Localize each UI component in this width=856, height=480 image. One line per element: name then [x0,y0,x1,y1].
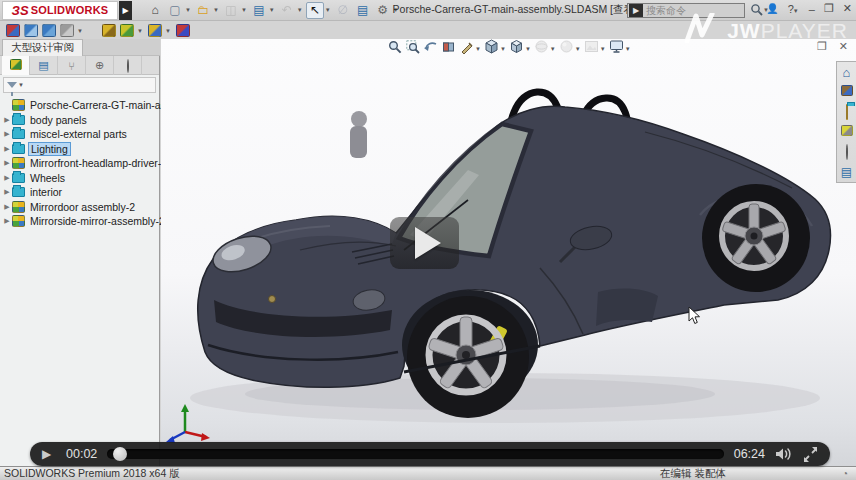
collision-check-button[interactable] [176,24,190,37]
camera-button[interactable] [24,24,38,37]
attach-button[interactable]: ∅ [334,2,352,19]
tree-item[interactable]: ▶Mirrorside-mirror-assembly-2 [2,214,159,229]
display-style-dropdown-icon[interactable]: ▼ [525,46,531,52]
tree-item[interactable]: ▶interior [2,185,159,200]
new-document-dropdown-icon[interactable]: ▼ [185,7,191,13]
measure-tool-button[interactable] [6,24,20,37]
insert-component-button[interactable] [120,24,134,37]
apply-scene-dropdown-icon[interactable]: ▼ [600,46,606,52]
panel-tab-property-manager[interactable]: ▤ [30,56,58,75]
zoom-fit-button[interactable] [386,41,403,56]
fullscreen-button[interactable] [803,447,818,462]
edit-appearance-dropdown-icon[interactable]: ▼ [575,46,581,52]
expand-arrow-icon[interactable]: ▶ [2,217,12,225]
taskpane-home-button[interactable]: ⌂ [839,65,854,79]
motion-study-button[interactable] [42,24,56,37]
graphics-viewport[interactable]: ▼▼▼▼▼▼▼ ❐ ✕ ⌂▤ [161,39,856,466]
view-orientation-dropdown-icon[interactable]: ▼ [500,46,506,52]
tree-item-label[interactable]: Lighting [28,142,71,156]
tree-item-label[interactable]: Mirrordoor assembly-2 [28,201,137,213]
doc-close-button[interactable]: ✕ [839,40,848,53]
tree-item[interactable]: ▶miscel-external parts [2,127,159,142]
restore-button[interactable]: ❐ [824,2,834,15]
section-view-button[interactable] [440,41,457,56]
tree-item-label[interactable]: miscel-external parts [28,128,129,140]
hide-show-items-button[interactable] [533,41,550,56]
move-component-button[interactable] [148,24,162,37]
tree-filter-input[interactable]: ▼ [3,77,156,93]
view-settings-button[interactable] [608,41,625,56]
zoom-area-button[interactable] [404,41,421,56]
volume-button[interactable] [775,447,793,461]
snapshot-button[interactable] [60,24,74,37]
taskpane-appearances-button[interactable] [839,145,854,159]
select-pointer-button[interactable]: ↖ [306,2,324,19]
tree-root-item[interactable]: Porsche-Carrera-GT-main-assembly [2,98,159,113]
open-dropdown-icon[interactable]: ▼ [213,7,219,13]
mate-button[interactable] [102,24,116,37]
expand-arrow-icon[interactable]: ▶ [2,116,12,124]
annotation-view-button[interactable] [458,41,475,56]
home-button[interactable]: ⌂ [146,2,164,19]
annotation-view-dropdown-icon[interactable]: ▼ [475,46,481,52]
tree-item-label[interactable]: interior [28,186,64,198]
taskpane-view-palette-button[interactable] [839,125,854,139]
minimize-button[interactable]: – [809,3,815,15]
open-button[interactable]: 🗀 [194,2,212,19]
tree-item[interactable]: ▶body panels [2,113,159,128]
insert-component-dropdown-icon[interactable]: ▼ [137,28,143,34]
tree-item[interactable]: ▶Mirrordoor assembly-2 [2,200,159,215]
snapshot-dropdown-icon[interactable]: ▼ [77,28,83,34]
panel-tab-dimxpert-manager[interactable]: ⊕ [86,56,114,75]
taskpane-custom-properties-button[interactable]: ▤ [839,165,854,179]
evaluate-button[interactable]: ▤ [354,2,372,19]
panel-tab-display-manager[interactable] [114,56,142,75]
expand-arrow-icon[interactable]: ▶ [2,188,12,196]
tree-item[interactable]: ▶Mirrorfront-headlamp-driver-as [2,156,159,171]
undo-button[interactable]: ↶ [278,2,296,19]
tree-item[interactable]: ▶Lighting [2,142,159,157]
display-style-button[interactable] [508,41,525,56]
taskpane-design-library-button[interactable] [839,85,854,99]
doc-restore-button[interactable]: ❐ [817,40,827,53]
help-button[interactable]: ?▼ [788,3,800,15]
save-button[interactable]: ◫ [222,2,240,19]
tree-item-label[interactable]: Mirrorfront-headlamp-driver-as [28,157,174,169]
expand-arrow-icon[interactable]: ▶ [2,174,12,182]
save-dropdown-icon[interactable]: ▼ [241,7,247,13]
move-component-dropdown-icon[interactable]: ▼ [165,28,171,34]
expand-arrow-icon[interactable]: ▶ [2,203,12,211]
seek-bar[interactable] [107,449,723,459]
user-account-icon[interactable]: 👤 [766,3,778,14]
new-document-button[interactable]: ▢ [166,2,184,19]
print-button[interactable]: ▤ [250,2,268,19]
big-play-button[interactable] [390,217,459,269]
taskpane-file-explorer-button[interactable] [839,105,854,119]
hide-show-items-dropdown-icon[interactable]: ▼ [550,46,556,52]
tree-item-label[interactable]: Wheels [28,172,67,184]
undo-dropdown-icon[interactable]: ▼ [297,7,303,13]
apply-scene-button[interactable] [583,41,600,56]
previous-view-button[interactable] [422,41,439,56]
close-button[interactable]: ✕ [843,2,852,15]
view-settings-dropdown-icon[interactable]: ▼ [625,46,631,52]
select-pointer-dropdown-icon[interactable]: ▼ [325,7,331,13]
print-dropdown-icon[interactable]: ▼ [269,7,275,13]
edit-appearance-button[interactable] [558,41,575,56]
seek-knob[interactable] [113,447,127,461]
search-input[interactable]: ▶ 搜索命令 [627,3,745,18]
expand-arrow-icon[interactable]: ▶ [2,130,12,138]
view-orientation-button[interactable] [483,41,500,56]
tree-item-label[interactable]: Mirrorside-mirror-assembly-2 [28,215,167,227]
expand-arrow-icon[interactable]: ▶ [2,145,12,153]
search-scope-icon[interactable]: ▶ [629,4,643,17]
panel-tab-feature-manager[interactable] [2,56,30,75]
tree-item[interactable]: ▶Wheels [2,171,159,186]
panel-tab-configuration-manager[interactable]: ⑂ [58,56,86,75]
menu-flyout-arrow-icon[interactable]: ▶ [119,1,132,20]
tree-item-label[interactable]: body panels [28,114,89,126]
play-button[interactable]: ▶ [42,447,56,461]
expand-arrow-icon[interactable]: ▶ [2,159,12,167]
filter-dropdown-icon[interactable]: ▼ [18,82,24,88]
tab-large-design-review[interactable]: 大型设计审阅 [2,39,83,56]
